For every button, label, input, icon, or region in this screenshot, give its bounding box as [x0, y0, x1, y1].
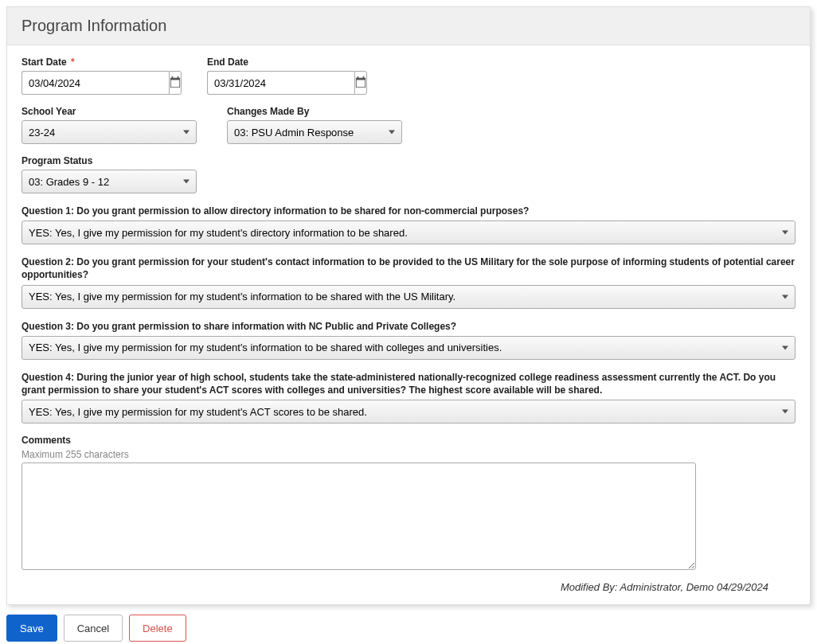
comments-hint: Maximum 255 characters [22, 449, 796, 460]
label-end-date: End Date [207, 57, 342, 68]
calendar-icon [355, 76, 366, 90]
end-date-wrapper [207, 71, 342, 95]
group-comments: Comments Maximum 255 characters [22, 435, 796, 570]
modified-by-row: Modified By: Administrator, Demo 04/29/2… [22, 581, 796, 593]
label-start-date: Start Date * [22, 57, 157, 68]
calendar-icon [170, 76, 181, 90]
program-information-panel: Program Information Start Date * [6, 6, 811, 605]
label-comments: Comments [22, 435, 796, 446]
panel-header: Program Information [7, 7, 810, 45]
label-school-year: School Year [22, 106, 197, 117]
school-year-select[interactable]: 23-24 [22, 120, 197, 144]
label-q1: Question 1: Do you grant permission to a… [22, 205, 796, 217]
label-program-status: Program Status [22, 155, 197, 166]
label-q3: Question 3: Do you grant permission to s… [22, 320, 796, 333]
label-changes-made-by: Changes Made By [227, 106, 402, 117]
changes-made-by-select-wrap: 03: PSU Admin Response [227, 120, 402, 144]
q2-select-wrap: YES: Yes, I give my permission for my st… [22, 285, 796, 309]
q4-select[interactable]: YES: Yes, I give my permission for my st… [22, 400, 796, 423]
panel-title: Program Information [22, 17, 796, 35]
end-date-input[interactable] [207, 71, 354, 95]
group-q3: Question 3: Do you grant permission to s… [22, 320, 796, 360]
q2-select[interactable]: YES: Yes, I give my permission for my st… [22, 285, 796, 309]
group-program-status: Program Status 03: Grades 9 - 12 [22, 155, 197, 193]
q1-select[interactable]: YES: Yes, I give my permission for my st… [22, 221, 796, 244]
group-q1: Question 1: Do you grant permission to a… [22, 205, 796, 244]
group-changes-made-by: Changes Made By 03: PSU Admin Response [227, 106, 402, 144]
group-q4: Question 4: During the junior year of hi… [22, 371, 796, 423]
q4-select-wrap: YES: Yes, I give my permission for my st… [22, 400, 796, 423]
end-date-picker-button[interactable] [354, 71, 367, 95]
group-q2: Question 2: Do you grant permission for … [22, 256, 796, 308]
q3-select[interactable]: YES: Yes, I give my permission for my st… [22, 336, 796, 360]
program-status-select[interactable]: 03: Grades 9 - 12 [22, 170, 197, 193]
start-date-input[interactable] [22, 71, 169, 95]
cancel-button[interactable]: Cancel [64, 615, 123, 642]
save-button[interactable]: Save [6, 615, 57, 642]
panel-body: Start Date * End Date [7, 45, 810, 604]
start-date-wrapper [22, 71, 157, 95]
q3-select-wrap: YES: Yes, I give my permission for my st… [22, 336, 796, 360]
delete-button[interactable]: Delete [129, 615, 186, 642]
required-star: * [71, 57, 75, 68]
changes-made-by-select[interactable]: 03: PSU Admin Response [227, 120, 402, 144]
row-year-changes: School Year 23-24 Changes Made By 03: PS… [22, 106, 796, 144]
group-school-year: School Year 23-24 [22, 106, 197, 144]
q1-select-wrap: YES: Yes, I give my permission for my st… [22, 221, 796, 244]
action-bar: Save Cancel Delete [6, 605, 811, 644]
group-start-date: Start Date * [22, 57, 157, 95]
label-q2: Question 2: Do you grant permission for … [22, 256, 796, 281]
start-date-picker-button[interactable] [169, 71, 182, 95]
comments-textarea[interactable] [22, 463, 696, 570]
group-end-date: End Date [207, 57, 342, 95]
label-q4: Question 4: During the junior year of hi… [22, 371, 796, 396]
program-status-select-wrap: 03: Grades 9 - 12 [22, 170, 197, 193]
label-start-date-text: Start Date [22, 57, 67, 68]
row-dates: Start Date * End Date [22, 57, 796, 95]
school-year-select-wrap: 23-24 [22, 120, 197, 144]
row-program-status: Program Status 03: Grades 9 - 12 [22, 155, 796, 193]
